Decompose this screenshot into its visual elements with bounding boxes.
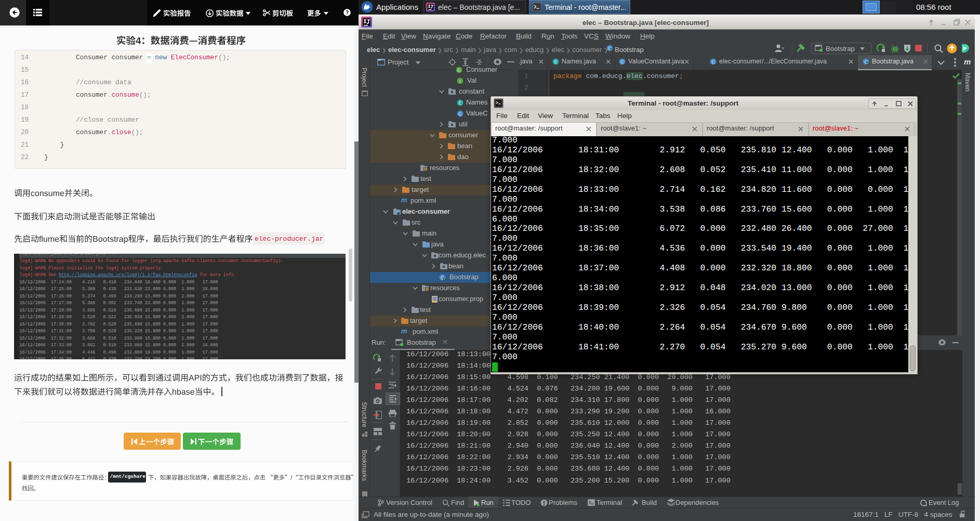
svg-text:I: I	[459, 78, 461, 83]
svg-text:?: ?	[346, 9, 349, 16]
svg-text:C: C	[458, 111, 462, 116]
svg-text:C: C	[711, 59, 715, 64]
svg-text:C: C	[620, 59, 624, 64]
svg-text:E: E	[554, 59, 557, 64]
svg-text:C: C	[457, 67, 461, 72]
svg-text:E: E	[458, 100, 461, 105]
